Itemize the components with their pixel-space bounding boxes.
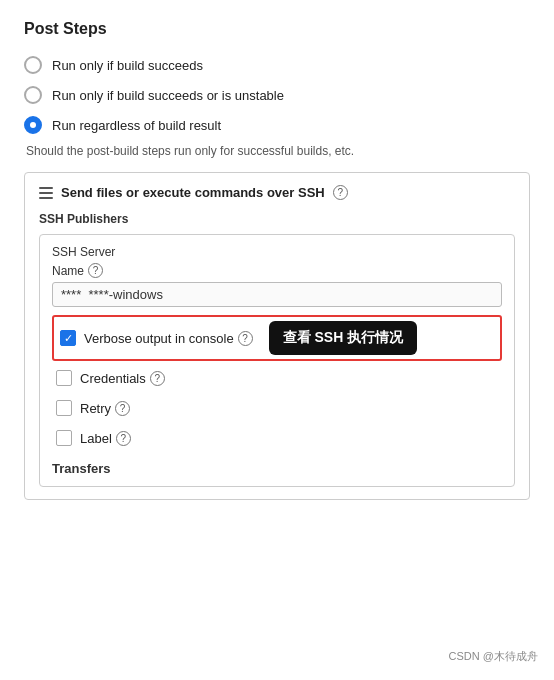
label-help-icon[interactable]: ? — [116, 431, 131, 446]
radio-option-1[interactable]: Run only if build succeeds — [24, 56, 530, 74]
watermark: CSDN @木待成舟 — [449, 649, 538, 664]
transfers-label: Transfers — [52, 461, 502, 476]
credentials-label-group: Credentials ? — [80, 371, 165, 386]
radio-help-text: Should the post-build steps run only for… — [24, 144, 530, 158]
label-checkbox-row: Label ? — [52, 425, 502, 451]
name-label-text: Name — [52, 264, 84, 278]
drag-handle-icon — [39, 187, 53, 199]
radio-group: Run only if build succeeds Run only if b… — [24, 56, 530, 134]
section-title: Send files or execute commands over SSH — [61, 185, 325, 200]
server-name-field: SSH Server Name ? — [52, 245, 502, 307]
radio-label-1: Run only if build succeeds — [52, 58, 203, 73]
page-title: Post Steps — [24, 20, 530, 38]
credentials-checkbox[interactable] — [56, 370, 72, 386]
retry-checkbox-row: Retry ? — [52, 395, 502, 421]
label-label-group: Label ? — [80, 431, 131, 446]
radio-label-2: Run only if build succeeds or is unstabl… — [52, 88, 284, 103]
retry-label-group: Retry ? — [80, 401, 130, 416]
credentials-checkbox-row: Credentials ? — [52, 365, 502, 391]
radio-option-2[interactable]: Run only if build succeeds or is unstabl… — [24, 86, 530, 104]
server-name-input[interactable] — [52, 282, 502, 307]
credentials-label: Credentials — [80, 371, 146, 386]
credentials-help-icon[interactable]: ? — [150, 371, 165, 386]
retry-help-icon[interactable]: ? — [115, 401, 130, 416]
verbose-label-group: Verbose output in console ? — [84, 331, 253, 346]
verbose-help-icon[interactable]: ? — [238, 331, 253, 346]
verbose-checkbox[interactable] — [60, 330, 76, 346]
name-help-icon[interactable]: ? — [88, 263, 103, 278]
radio-circle-1 — [24, 56, 42, 74]
radio-circle-3 — [24, 116, 42, 134]
tooltip-bubble: 查看 SSH 执行情况 — [269, 321, 418, 355]
ssh-publishers-label: SSH Publishers — [39, 212, 515, 226]
label-label: Label — [80, 431, 112, 446]
ssh-section-box: Send files or execute commands over SSH … — [24, 172, 530, 500]
ssh-server-box: SSH Server Name ? Verbose output in cons… — [39, 234, 515, 487]
retry-label: Retry — [80, 401, 111, 416]
verbose-checkbox-row: Verbose output in console ? 查看 SSH 执行情况 — [52, 315, 502, 361]
retry-checkbox[interactable] — [56, 400, 72, 416]
label-checkbox[interactable] — [56, 430, 72, 446]
radio-option-3[interactable]: Run regardless of build result — [24, 116, 530, 134]
section-help-icon[interactable]: ? — [333, 185, 348, 200]
section-header: Send files or execute commands over SSH … — [39, 185, 515, 200]
verbose-label: Verbose output in console — [84, 331, 234, 346]
ssh-server-label-text: SSH Server — [52, 245, 115, 259]
radio-label-3: Run regardless of build result — [52, 118, 221, 133]
radio-circle-2 — [24, 86, 42, 104]
name-label-row: Name ? — [52, 263, 502, 278]
server-label: SSH Server — [52, 245, 502, 259]
